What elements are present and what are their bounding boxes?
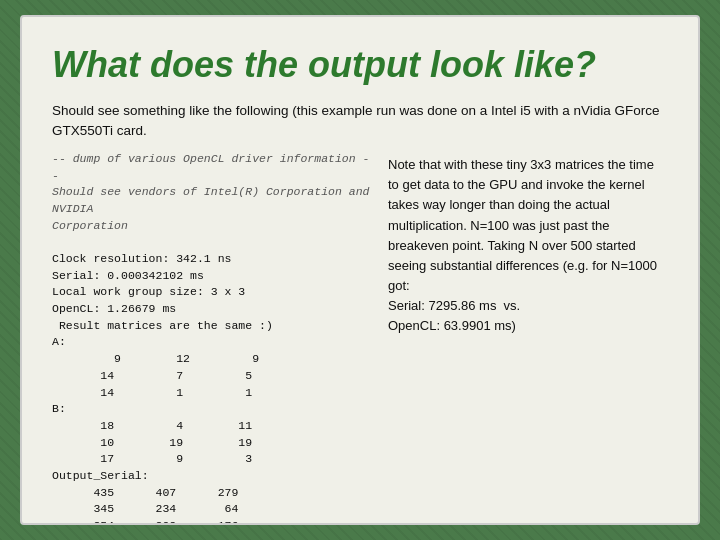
code-output-serial-row2: 345 234 64 [52,501,372,518]
code-output-result: Result matrices are the same :) [52,318,372,335]
code-output-serial-label: Output_Serial: [52,468,372,485]
intro-text: Should see something like the following … [52,101,668,142]
code-output-b-label: B: [52,401,372,418]
code-output-opencl: OpenCL: 1.26679 ms [52,301,372,318]
right-panel: Note that with these tiny 3x3 matrices t… [388,151,668,525]
code-comment-1: -- dump of various OpenCL driver informa… [52,151,372,184]
code-output-serial: Serial: 0.000342102 ms [52,268,372,285]
code-output-a-row3: 14 1 1 [52,385,372,402]
code-output-serial-row3: 354 302 176 [52,518,372,525]
content-area: -- dump of various OpenCL driver informa… [52,151,668,525]
left-panel: -- dump of various OpenCL driver informa… [52,151,372,525]
slide: What does the output look like? Should s… [20,15,700,525]
code-comment-2: Should see vendors of Intel(R) Corporati… [52,184,372,217]
code-output-clock: Clock resolution: 342.1 ns [52,251,372,268]
code-output-b-row3: 17 9 3 [52,451,372,468]
code-output-local: Local work group size: 3 x 3 [52,284,372,301]
slide-title: What does the output look like? [52,45,668,85]
code-comment-3: Corporation [52,218,372,235]
code-output-a-row1: 9 12 9 [52,351,372,368]
code-output-b-row1: 18 4 11 [52,418,372,435]
note-text: Note that with these tiny 3x3 matrices t… [388,157,657,333]
code-output-serial-row1: 435 407 279 [52,485,372,502]
code-output-b-row2: 10 19 19 [52,435,372,452]
code-output-a-label: A: [52,334,372,351]
code-block: -- dump of various OpenCL driver informa… [52,151,372,525]
code-output-a-row2: 14 7 5 [52,368,372,385]
